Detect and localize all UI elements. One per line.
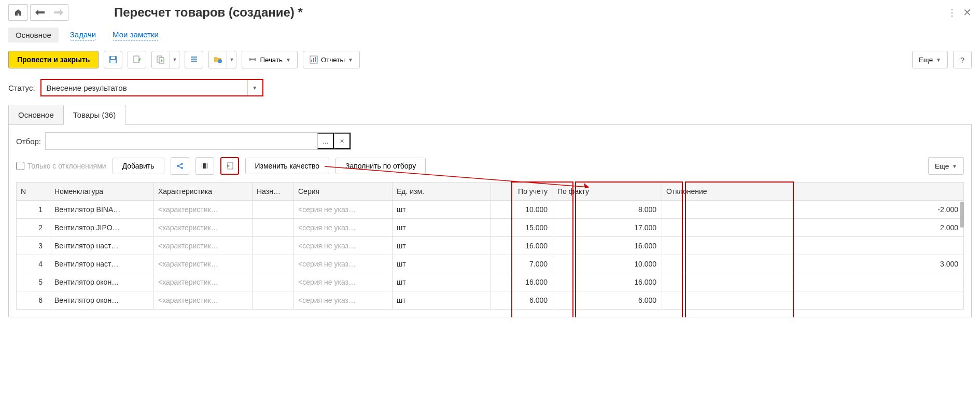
cell-n: 5 [17,273,50,291]
col-series[interactable]: Серия [294,183,393,201]
cell-nom: Вентилятор окон… [50,273,154,291]
nav-tab-notes[interactable]: Мои заметки [113,29,159,40]
only-deviations-input[interactable] [16,162,24,170]
filter-clear-button[interactable]: × [334,133,351,149]
svg-rect-23 [203,163,204,169]
page-title: Пересчет товаров (создание) * [114,5,303,20]
help-button[interactable]: ? [953,51,972,68]
col-accounting[interactable]: По учету [491,183,553,201]
fill-by-filter-button[interactable]: Заполнить по отбору [335,158,426,174]
list-button[interactable] [185,51,203,68]
barcode-icon [201,162,209,170]
svg-rect-6 [191,57,197,58]
col-characteristic[interactable]: Характеристика [154,183,253,201]
cell-dev [662,273,964,291]
kebab-menu-icon[interactable]: ⋮ [947,7,957,18]
subtab-goods[interactable]: Товары (36) [63,105,125,125]
save-button[interactable] [104,51,122,68]
back-button[interactable] [31,5,49,20]
cell-char: <характеристик… [154,237,253,255]
filter-input[interactable] [46,133,317,149]
home-icon [14,8,22,17]
cell-unit: шт [393,255,491,273]
nav-tab-main[interactable]: Основное [8,27,59,43]
share-icon [176,162,184,170]
status-select[interactable]: Внесение результатов ▼ [40,79,263,96]
table-row[interactable]: 1Вентилятор BINA…<характеристик…<серия н… [17,201,964,219]
import-button[interactable] [220,157,239,175]
col-deviation[interactable]: Отклонение [662,183,964,201]
change-quality-button[interactable]: Изменить качество [245,158,330,174]
add-button[interactable]: Добавить [113,158,164,174]
cell-ser: <серия не указ… [294,237,393,255]
svg-rect-11 [250,57,255,59]
cell-naz [253,255,294,273]
share-button[interactable] [171,157,189,175]
status-value: Внесение результатов [41,83,247,92]
svg-rect-15 [313,58,314,62]
create-based-on-button[interactable] [151,51,170,68]
close-icon[interactable]: ✕ [963,6,972,19]
table-more-label: Еще [935,162,949,170]
cell-dev: 2.000 [662,219,964,237]
cell-acc: 10.000 [491,201,553,219]
table-scrollbar[interactable] [960,202,964,228]
svg-rect-24 [204,163,205,169]
col-nomenclature[interactable]: Номенклатура [50,183,154,201]
cell-ser: <серия не указ… [294,291,393,310]
table-row[interactable]: 4Вентилятор наст…<характеристик…<серия н… [17,255,964,273]
filter-ellipsis-button[interactable]: ... [317,133,334,149]
goods-table: N Номенклатура Характеристика Назн… Сери… [16,182,964,310]
reports-button[interactable]: Отчеты ▼ [303,51,360,68]
cell-char: <характеристик… [154,219,253,237]
svg-line-20 [178,164,182,166]
cell-fact: 16.000 [553,237,662,255]
cell-dev [662,237,964,255]
document-arrow-icon [157,55,165,64]
subtab-main[interactable]: Основное [8,105,64,125]
svg-rect-8 [191,61,197,62]
svg-rect-22 [202,163,202,169]
table-row[interactable]: 5Вентилятор окон…<характеристик…<серия н… [17,273,964,291]
col-fact[interactable]: По факту [553,183,662,201]
only-deviations-label: Только с отклонениями [27,162,106,170]
create-based-on-dropdown[interactable]: ▼ [170,51,179,68]
col-n[interactable]: N [17,183,50,201]
col-unit[interactable]: Ед. изм. [393,183,491,201]
print-button[interactable]: Печать ▼ [242,51,298,68]
table-row[interactable]: 2Вентилятор JIPO…<характеристик…<серия н… [17,219,964,237]
cell-nom: Вентилятор JIPO… [50,219,154,237]
table-row[interactable]: 3Вентилятор наст…<характеристик…<серия н… [17,237,964,255]
more-button[interactable]: Еще ▼ [912,51,948,68]
forward-button[interactable] [49,5,68,20]
cell-fact: 16.000 [553,273,662,291]
svg-rect-25 [205,163,206,169]
nav-tab-tasks[interactable]: Задачи [70,29,96,40]
table-row[interactable]: 6Вентилятор окон…<характеристик…<серия н… [17,291,964,310]
cell-naz [253,237,294,255]
status-dropdown-caret[interactable]: ▼ [247,80,262,95]
cell-unit: шт [393,291,491,310]
cell-naz [253,291,294,310]
barcode-button[interactable] [195,157,214,175]
col-naz[interactable]: Назн… [253,183,294,201]
cell-nom: Вентилятор BINA… [50,201,154,219]
table-more-button[interactable]: Еще ▼ [928,157,964,175]
cell-unit: шт [393,237,491,255]
attach-dropdown[interactable]: ▼ [227,51,236,68]
caret-down-icon: ▼ [936,57,941,63]
home-button[interactable] [8,4,28,21]
post-button[interactable] [128,51,146,68]
only-deviations-checkbox[interactable]: Только с отклонениями [16,162,106,170]
post-and-close-button[interactable]: Провести и закрыть [8,51,99,68]
print-label: Печать [260,56,283,64]
attach-button[interactable] [208,51,227,68]
cell-naz [253,201,294,219]
svg-rect-1 [111,57,115,59]
folder-globe-icon [214,55,222,64]
document-check-icon [133,55,141,64]
cell-n: 3 [17,237,50,255]
cell-ser: <серия не указ… [294,201,393,219]
floppy-icon [109,55,117,64]
cell-dev [662,291,964,310]
